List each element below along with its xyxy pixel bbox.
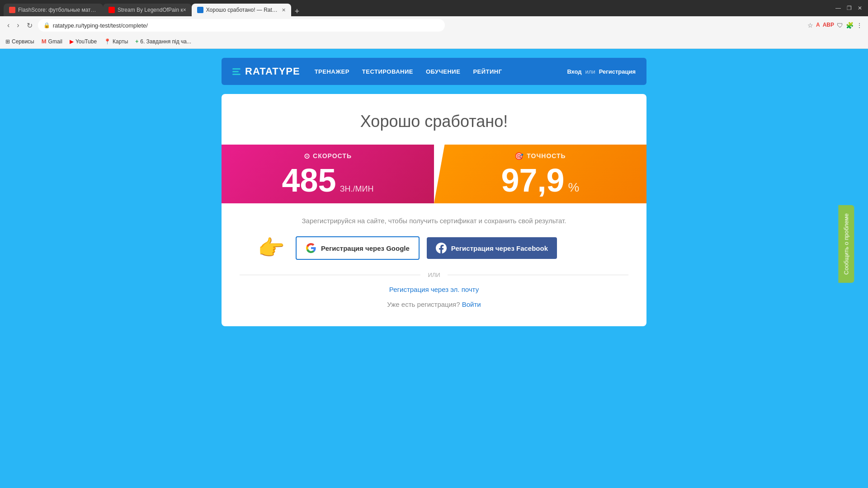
tab-close-3[interactable]: ✕ [282,7,286,13]
address-text: ratatype.ru/typing-test/test/complete/ [53,22,439,29]
card-header: Хорошо сработано! [222,94,646,145]
maximize-button[interactable]: ❐ [844,4,854,13]
docs-icon: + [135,38,138,45]
speed-stat: ⊙ СКОРОСТЬ 485 ЗН./МИН [222,145,434,203]
close-button[interactable]: ✕ [855,4,864,13]
new-tab-button[interactable]: + [291,7,303,16]
login-action-link[interactable]: Войти [462,300,481,308]
register-google-button[interactable]: Регистрация через Google [296,236,420,260]
site-logo[interactable]: RATATYPE [232,66,300,77]
tab-favicon-2 [108,7,115,13]
accuracy-label: ТОЧНОСТЬ [527,152,566,160]
bookmark-services[interactable]: ⊞ Сервисы [5,38,34,45]
browser-titlebar: FlashScore: футбольные матчи × Stream By… [0,0,868,16]
bookmark-docs-label: 6. Завдання під ча... [140,38,191,45]
minimize-button[interactable]: — [834,4,843,13]
main-card: Хорошо сработано! ⊙ СКОРОСТЬ 485 ЗН./МИН… [222,94,646,326]
divider-row: ИЛИ [240,272,628,278]
speed-label-row: ⊙ СКОРОСТЬ [304,152,352,160]
gmail-icon: M [42,38,47,45]
speed-icon: ⊙ [304,152,310,160]
bookmark-maps-label: Карты [113,38,128,45]
already-registered-text: Уже есть регистрация? [387,300,460,308]
tab-label-2: Stream By LegendOfPain к× [118,7,186,13]
browser-tab-2[interactable]: Stream By LegendOfPain к× [103,4,192,16]
browser-tab-3[interactable]: Хорошо сработано! — Ratatype ✕ [192,4,291,16]
bookmark-docs[interactable]: + 6. Завдання під ча... [135,38,191,45]
adblock-icon[interactable]: ABP [823,22,834,29]
extensions-icon[interactable]: 🧩 [846,22,854,29]
login-link[interactable]: Вход [567,68,581,75]
register-google-label: Регистрация через Google [321,244,410,252]
hand-pointer-icon: 👉 [258,235,285,261]
speed-label: СКОРОСТЬ [313,152,352,160]
address-bar[interactable]: 🔒 ratatype.ru/typing-test/test/complete/ [38,19,445,32]
star-icon[interactable]: ☆ [807,22,813,29]
shield-icon[interactable]: 🛡 [837,22,843,29]
register-facebook-button[interactable]: Регистрация через Facebook [427,237,557,259]
forward-button[interactable]: › [15,19,21,31]
card-body: Зарегистрируйся на сайте, чтобы получить… [222,203,646,326]
accuracy-label-row: 🎯 ТОЧНОСТЬ [514,152,566,160]
services-icon: ⊞ [5,38,10,45]
speed-value-row: 485 ЗН./МИН [282,164,374,197]
adobe-icon[interactable]: A [816,22,820,29]
address-bar-icons: ☆ A ABP 🛡 🧩 ⋮ [807,22,863,29]
logo-lines-icon [232,68,241,75]
browser-tabs: FlashScore: футбольные матчи × Stream By… [4,0,830,16]
tab-favicon-3 [197,7,203,13]
bookmarks-bar: ⊞ Сервисы M Gmail ▶ YouTube 📍 Карты + 6.… [0,34,868,49]
bookmark-maps[interactable]: 📍 Карты [104,38,128,45]
stats-bar: ⊙ СКОРОСТЬ 485 ЗН./МИН 🎯 ТОЧНОСТЬ 97,9 % [222,145,646,203]
speed-unit: ЗН./МИН [340,185,374,193]
register-prompt: Зарегистрируйся на сайте, чтобы получить… [240,217,628,225]
lock-icon: 🔒 [43,22,50,28]
divider-text: ИЛИ [428,272,440,278]
tab-label-1: FlashScore: футбольные матчи × [18,7,98,13]
register-email-link[interactable]: Регистрация через эл. почту [240,286,628,293]
logo-line-3 [232,74,241,75]
menu-icon[interactable]: ⋮ [856,22,863,29]
logo-text: RATATYPE [245,66,300,77]
accuracy-unit: % [568,181,580,194]
nav-testing[interactable]: ТЕСТИРОВАНИЕ [362,68,413,75]
page-background: RATATYPE ТРЕНАЖЕР ТЕСТИРОВАНИЕ ОБУЧЕНИЕ … [0,49,868,442]
divider-line-right [448,275,628,275]
facebook-icon [436,243,447,253]
logo-line-1 [232,68,241,70]
bookmark-gmail[interactable]: M Gmail [42,38,62,45]
accuracy-value: 97,9 [501,164,564,197]
back-button[interactable]: ‹ [5,19,11,31]
nav-trainer[interactable]: ТРЕНАЖЕР [315,68,349,75]
youtube-icon: ▶ [70,38,74,45]
accuracy-value-row: 97,9 % [501,164,579,197]
browser-chrome: FlashScore: футбольные матчи × Stream By… [0,0,868,49]
speed-value: 485 [282,164,336,197]
reload-button[interactable]: ↻ [25,19,34,32]
divider-line-left [240,275,420,275]
logo-line-2 [232,71,239,72]
bookmark-youtube-label: YouTube [75,38,97,45]
nav-auth: Вход или Регистрация [567,68,636,75]
feedback-button[interactable]: Сообщить о проблеме [839,205,854,283]
accuracy-stat: 🎯 ТОЧНОСТЬ 97,9 % [434,145,646,203]
nav-rating[interactable]: РЕЙТИНГ [473,68,502,75]
register-link[interactable]: Регистрация [599,68,636,75]
register-buttons-row: 👉 Регистрация через Google [240,235,628,261]
tab-favicon-1 [9,7,15,13]
register-facebook-label: Регистрация через Facebook [451,244,548,252]
nav-learning[interactable]: ОБУЧЕНИЕ [426,68,460,75]
window-controls: — ❐ ✕ [834,4,864,13]
login-row: Уже есть регистрация? Войти [240,300,628,308]
bookmark-youtube[interactable]: ▶ YouTube [70,38,97,45]
tab-label-3: Хорошо сработано! — Ratatype [206,7,279,13]
accuracy-icon: 🎯 [514,152,524,160]
maps-icon: 📍 [104,38,111,45]
browser-addressbar: ‹ › ↻ 🔒 ratatype.ru/typing-test/test/com… [0,16,868,34]
bookmark-gmail-label: Gmail [48,38,62,45]
browser-tab-1[interactable]: FlashScore: футбольные матчи × [4,4,103,16]
auth-separator: или [585,68,595,75]
site-navigation: RATATYPE ТРЕНАЖЕР ТЕСТИРОВАНИЕ ОБУЧЕНИЕ … [222,58,646,85]
nav-links: ТРЕНАЖЕР ТЕСТИРОВАНИЕ ОБУЧЕНИЕ РЕЙТИНГ [315,68,553,75]
google-icon [306,243,316,253]
